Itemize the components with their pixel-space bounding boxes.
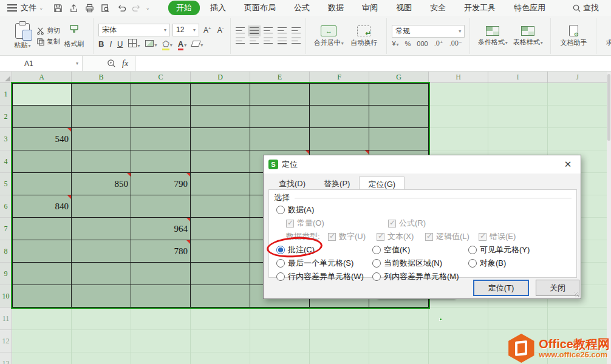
row-header-3[interactable]: 3 [0,128,12,150]
cell-C3[interactable] [131,128,191,150]
cell-G2[interactable] [369,106,429,128]
file-menu-chevron-icon[interactable]: ⌄ [39,5,44,11]
dialog-tab-2[interactable]: 定位(G) [359,177,404,190]
menu-tab-9[interactable]: 特色应用 [506,1,553,15]
menu-tab-7[interactable]: 安全 [422,1,454,15]
cell-D10[interactable] [191,285,250,308]
cell-C2[interactable] [131,106,191,128]
cell-C8[interactable]: 780 [131,240,191,263]
cell-B1[interactable] [72,83,131,106]
menu-tab-6[interactable]: 视图 [388,1,420,15]
increase-indent-icon[interactable] [292,27,301,35]
cell-A1[interactable] [12,83,72,106]
fill-handle[interactable] [439,318,442,321]
thousands-button[interactable]: 000 [417,40,428,47]
cell-D2[interactable] [191,106,250,128]
font-name-select[interactable]: 宋体▾ [98,24,170,36]
align-center-icon[interactable] [250,38,259,45]
decrease-indent-icon[interactable] [278,27,287,35]
vertical-scrollbar[interactable] [607,72,611,364]
decrease-font-icon[interactable]: A- [216,25,226,35]
row-header-12[interactable]: 12 [0,330,12,352]
cell-B5[interactable]: 850 [72,173,131,195]
cell-A10[interactable] [12,285,72,308]
cell-C1[interactable] [131,83,191,106]
radio-current-region[interactable]: 当前数据区域(N) [372,258,442,269]
cell-D4[interactable] [191,150,250,173]
paste-button[interactable]: 粘贴▾ [9,23,36,50]
cell-B10[interactable] [72,285,131,308]
cell-A8[interactable] [12,240,72,263]
font-color-button[interactable]: A▾ [178,39,186,49]
scrollbar-thumb[interactable] [607,74,610,141]
underline-button[interactable]: U [117,39,123,49]
dialog-tab-0[interactable]: 查找(D) [270,176,315,189]
cell-D6[interactable] [191,195,250,218]
align-left-icon[interactable] [236,38,245,45]
cell-A3[interactable]: 540 [12,128,72,150]
cell-F2[interactable] [310,106,369,128]
cell-A9[interactable] [12,263,72,285]
radio-data[interactable]: 数据(A) [276,204,314,215]
row-header-7[interactable]: 7 [0,218,12,240]
export-icon[interactable] [68,2,80,13]
row-header-1[interactable]: 1 [0,83,12,106]
cell-F1[interactable] [310,83,369,106]
undo-icon[interactable] [115,2,128,13]
column-header-D[interactable]: D [191,72,250,83]
currency-button[interactable]: ¥▾ [392,40,398,47]
cell-E3[interactable] [250,128,310,150]
column-header-E[interactable]: E [250,72,310,83]
italic-button[interactable]: I [109,39,112,49]
copy-button[interactable]: 复制 [36,37,60,46]
search-menu[interactable]: 查找 [573,2,599,13]
cell-B6[interactable] [72,195,131,218]
row-header-5[interactable]: 5 [0,173,12,195]
cell-B2[interactable] [72,106,131,128]
cell-D1[interactable] [191,83,250,106]
cell-B8[interactable] [72,240,131,263]
cell-A5[interactable] [12,173,72,195]
cell-E1[interactable] [250,83,310,106]
row-header-8[interactable]: 8 [0,240,12,263]
column-header-C[interactable]: C [131,72,191,83]
formula-input[interactable] [135,56,611,71]
borders-button[interactable]: ▾ [128,39,140,49]
clear-format-button[interactable]: ▾ [192,39,203,49]
customize-quick-access-icon[interactable]: ⌄ [146,5,151,11]
cell-F3[interactable] [310,128,369,150]
cell-C7[interactable]: 964 [131,218,191,240]
column-header-G[interactable]: G [369,72,429,83]
row-header-6[interactable]: 6 [0,195,12,218]
cell-D8[interactable] [191,240,250,263]
row-header-2[interactable]: 2 [0,106,12,128]
cell-D9[interactable] [191,263,250,285]
cell-A4[interactable] [12,150,72,173]
cell-B4[interactable] [72,150,131,173]
cell-A2[interactable] [12,106,72,128]
cell-B9[interactable] [72,263,131,285]
column-header-J[interactable]: J [548,72,607,83]
cell-C9[interactable] [131,263,191,285]
menu-tab-0[interactable]: 开始 [168,1,200,15]
file-menu[interactable]: 文件 [21,2,36,13]
print-icon[interactable] [84,2,96,13]
cell-D5[interactable] [191,173,250,195]
row-header-13[interactable]: 13 [0,352,12,364]
redo-icon[interactable] [131,2,143,13]
cell-B3[interactable] [72,128,131,150]
number-format-select[interactable]: 常规▾ [392,25,465,38]
menu-tab-3[interactable]: 公式 [286,1,318,15]
menu-tab-1[interactable]: 插入 [202,1,234,15]
cell-A7[interactable] [12,218,72,240]
align-bottom-icon[interactable] [264,27,273,35]
justify-icon[interactable] [278,38,287,45]
dialog-tab-1[interactable]: 替换(P) [315,176,359,189]
hamburger-menu-icon[interactable] [7,4,17,12]
merge-center-button[interactable]: ↔ 合并居中▾ [311,25,346,47]
bold-button[interactable]: B [98,39,104,49]
format-painter-button[interactable]: 格式刷 [60,24,88,49]
cell-G3[interactable] [369,128,429,150]
zoom-formula-icon[interactable] [107,59,116,68]
distribute-icon[interactable] [292,38,301,45]
